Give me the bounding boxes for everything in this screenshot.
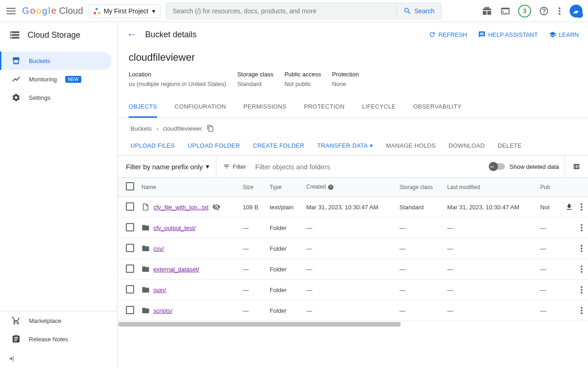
sidebar-item-buckets[interactable]: Buckets: [0, 52, 112, 70]
upload-folder-button[interactable]: UPLOAD FOLDER: [188, 142, 240, 149]
gift-icon[interactable]: [481, 6, 492, 17]
download-icon[interactable]: [565, 203, 573, 211]
refresh-button[interactable]: REFRESH: [429, 31, 467, 38]
filter-input[interactable]: [252, 163, 485, 171]
upload-files-button[interactable]: UPLOAD FILES: [130, 142, 175, 149]
logo[interactable]: Google Cloud: [22, 6, 83, 16]
object-name-link[interactable]: csv/: [153, 245, 164, 252]
svg-text:?: ?: [330, 185, 332, 190]
cell-size: —: [239, 280, 266, 300]
tab-lifecycle[interactable]: LIFECYCLE: [362, 97, 396, 118]
help-assistant-button[interactable]: HELP ASSISTANT: [478, 31, 538, 38]
collapse-sidebar[interactable]: ◂|: [0, 348, 117, 368]
help-icon: ?: [328, 184, 334, 190]
row-checkbox[interactable]: [126, 202, 134, 211]
project-picker[interactable]: My First Project ▾: [89, 4, 160, 18]
column-header[interactable]: Storage class: [396, 178, 443, 197]
info-value: Standard: [237, 80, 273, 87]
page-header: ← Bucket details REFRESH HELP ASSISTANT …: [118, 22, 588, 47]
horizontal-scrollbar[interactable]: [119, 322, 401, 327]
download-button[interactable]: DOWNLOAD: [448, 142, 485, 149]
object-name-link[interactable]: external_dataset/: [153, 266, 199, 273]
object-name-link[interactable]: scripts/: [153, 307, 172, 314]
column-header[interactable]: Name: [138, 178, 239, 197]
bucket-name: cloudfileviewer: [129, 52, 577, 63]
breadcrumb-root[interactable]: Buckets: [130, 125, 152, 132]
row-more-icon[interactable]: [579, 243, 584, 254]
tab-observability[interactable]: OBSERVABILITY: [413, 97, 461, 118]
sidebar-item-marketplace[interactable]: Marketplace: [0, 311, 117, 330]
column-header[interactable]: Type: [266, 178, 303, 197]
select-all-checkbox[interactable]: [126, 182, 134, 190]
breadcrumb: Buckets › cloudfileviewer: [118, 118, 588, 138]
row-checkbox[interactable]: [126, 244, 134, 252]
column-header[interactable]: Created ?: [303, 178, 396, 197]
object-name-link[interactable]: json/: [153, 287, 166, 293]
tab-objects[interactable]: OBJECTS: [129, 97, 157, 118]
shell-icon[interactable]: [500, 6, 511, 17]
transfer-data-button[interactable]: TRANSFER DATA ▾: [317, 142, 373, 149]
filter-mode-dropdown[interactable]: Filter by name prefix only▾: [118, 156, 216, 177]
info-label: Protection: [332, 71, 359, 78]
cell-created: —: [303, 259, 396, 280]
object-name-link[interactable]: cfv_file_with_lon...txt: [153, 204, 209, 211]
copy-icon[interactable]: [207, 125, 214, 132]
info-col: Locationus (multiple regions in United S…: [129, 71, 226, 87]
search-button[interactable]: Search: [396, 3, 441, 19]
cell-modified: —: [443, 259, 537, 280]
back-arrow-icon[interactable]: ←: [127, 29, 137, 40]
menu-icon[interactable]: [6, 6, 17, 17]
row-checkbox[interactable]: [126, 285, 134, 293]
help-icon[interactable]: [538, 6, 549, 17]
cell-type: Folder: [266, 218, 303, 238]
row-checkbox[interactable]: [126, 306, 134, 314]
column-header[interactable]: Last modified: [443, 178, 537, 197]
table-row: json/ — Folder — — — —: [118, 280, 588, 300]
visibility-off-icon: [212, 203, 220, 211]
columns-icon[interactable]: [565, 156, 588, 177]
tab-protection[interactable]: PROTECTION: [304, 97, 345, 118]
learn-button[interactable]: LEARN: [549, 31, 579, 38]
cell-pub: —: [537, 259, 557, 280]
cell-size: 109 B: [239, 197, 266, 218]
search-bar: Search: [166, 3, 441, 19]
cell-modified: —: [443, 238, 537, 259]
sidebar-item-settings[interactable]: Settings: [0, 88, 117, 107]
cell-pub: Not: [537, 197, 557, 218]
info-col: Public accessNot public: [284, 71, 321, 87]
filter-bar: Filter by name prefix only▾ Filter – Sho…: [118, 155, 588, 178]
info-value: Not public: [284, 80, 321, 87]
row-more-icon[interactable]: [579, 264, 584, 275]
trial-badge[interactable]: 3: [518, 5, 531, 17]
table-row: external_dataset/ — Folder — — — —: [118, 259, 588, 280]
info-value: None: [332, 80, 359, 87]
sidebar-item-release-notes[interactable]: Release Notes: [0, 330, 117, 348]
sidebar-item-monitoring[interactable]: Monitoring NEW: [0, 70, 117, 88]
row-more-icon[interactable]: [579, 305, 584, 316]
more-icon[interactable]: [557, 6, 562, 17]
toggle-label: Show deleted data: [509, 163, 559, 170]
tab-configuration[interactable]: CONFIGURATION: [175, 97, 226, 118]
row-checkbox[interactable]: [126, 264, 134, 273]
tab-permissions[interactable]: PERMISSIONS: [243, 97, 287, 118]
filter-button[interactable]: Filter: [216, 163, 253, 170]
column-header[interactable]: Size: [239, 178, 266, 197]
chevron-down-icon: ▾: [152, 7, 155, 15]
breadcrumb-current[interactable]: cloudfileviewer: [163, 125, 202, 132]
folder-icon: [141, 265, 150, 273]
account-avatar[interactable]: ☁: [570, 5, 582, 17]
folder-icon: [141, 244, 150, 253]
show-deleted-toggle[interactable]: –: [490, 163, 505, 170]
bucket-info: cloudfileviewer Locationus (multiple reg…: [118, 47, 588, 97]
object-name-link[interactable]: cfv_output_test/: [153, 224, 196, 231]
row-more-icon[interactable]: [579, 201, 584, 213]
row-checkbox[interactable]: [126, 223, 134, 231]
column-header[interactable]: Pub: [537, 178, 557, 197]
create-folder-button[interactable]: CREATE FOLDER: [253, 142, 305, 149]
main-content: ← Bucket details REFRESH HELP ASSISTANT …: [118, 22, 588, 368]
row-more-icon[interactable]: [579, 222, 584, 233]
delete-button[interactable]: DELETE: [498, 142, 521, 149]
manage-holds-button[interactable]: MANAGE HOLDS: [386, 142, 435, 149]
row-more-icon[interactable]: [579, 284, 584, 295]
search-input[interactable]: [166, 7, 396, 15]
